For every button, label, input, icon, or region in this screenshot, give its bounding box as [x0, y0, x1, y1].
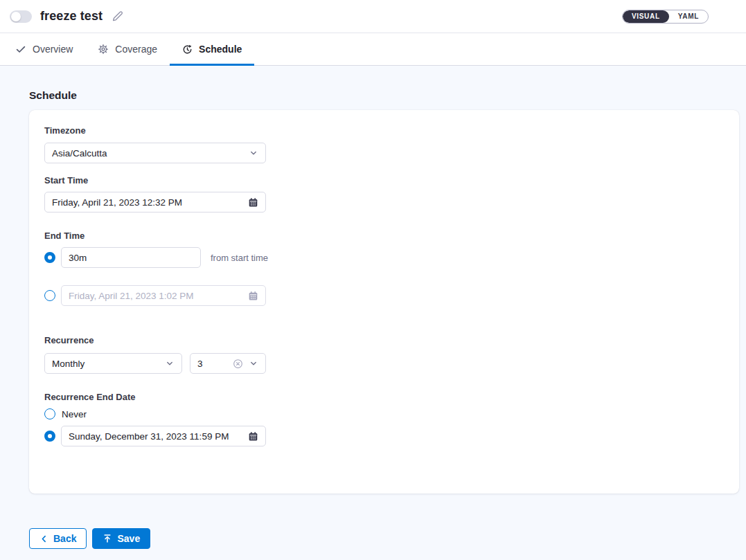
end-time-label: End Time [44, 231, 724, 242]
chevron-down-icon [249, 359, 258, 368]
toggle-knob [11, 12, 21, 21]
footer-actions: Back Save [29, 528, 739, 549]
start-time-label: Start Time [44, 175, 724, 186]
recurrence-interval-select[interactable]: 3 [190, 353, 266, 374]
yaml-mode-button[interactable]: YAML [669, 10, 708, 23]
end-time-duration-value: 30m [69, 253, 193, 263]
edit-icon[interactable] [112, 10, 123, 22]
tab-schedule[interactable]: Schedule [170, 33, 254, 65]
chevron-down-icon [249, 148, 258, 158]
page-title: freeze test [40, 9, 103, 24]
recurrence-end-date-radio[interactable] [44, 431, 55, 442]
recurrence-type-value: Monthly [52, 359, 159, 369]
recurrence-group: Recurrence Monthly 3 [44, 335, 724, 374]
tab-overview[interactable]: Overview [6, 33, 85, 65]
recurrence-row: Monthly 3 [44, 353, 724, 374]
chevron-down-icon [165, 359, 175, 368]
recurrence-end-date-input[interactable]: Sunday, December 31, 2023 11:59 PM [61, 426, 266, 446]
tab-coverage[interactable]: Coverage [85, 33, 170, 65]
chevron-left-icon [39, 534, 48, 543]
tab-bar: Overview Coverage Schedule [0, 33, 746, 66]
calendar-icon[interactable] [248, 431, 258, 442]
calendar-icon[interactable] [248, 197, 258, 208]
end-time-date-radio[interactable] [44, 290, 55, 301]
end-time-date-input[interactable]: Friday, April 21, 2023 1:02 PM [61, 285, 266, 306]
clear-icon[interactable] [233, 359, 243, 369]
visual-mode-button[interactable]: VISUAL [623, 10, 669, 23]
save-button-label: Save [117, 533, 140, 544]
recurrence-end-label: Recurrence End Date [44, 392, 724, 403]
end-time-date-value: Friday, April 21, 2023 1:02 PM [69, 291, 242, 301]
timezone-label: Timezone [44, 125, 724, 136]
recurrence-never-label: Never [62, 409, 87, 419]
recurrence-end-group: Recurrence End Date Never Sunday, Decemb… [44, 392, 724, 446]
tab-overview-label: Overview [33, 44, 73, 55]
end-time-group: End Time 30m from start time Friday, Apr… [44, 231, 724, 306]
upload-icon [103, 534, 112, 543]
save-button[interactable]: Save [92, 528, 150, 549]
start-time-input[interactable]: Friday, April 21, 2023 12:32 PM [44, 192, 266, 213]
recurrence-end-date-value: Sunday, December 31, 2023 11:59 PM [69, 431, 242, 442]
end-time-duration-input[interactable]: 30m [61, 247, 201, 268]
recurring-clock-icon [182, 44, 193, 55]
recurrence-label: Recurrence [44, 335, 724, 346]
timezone-select[interactable]: Asia/Calcutta [44, 143, 266, 163]
recurrence-end-date-row: Sunday, December 31, 2023 11:59 PM [44, 426, 724, 446]
calendar-icon [248, 291, 258, 301]
schedule-panel: Schedule Timezone Asia/Calcutta Start Ti… [0, 66, 746, 560]
freeze-enabled-toggle[interactable] [10, 10, 32, 23]
end-time-duration-radio[interactable] [44, 252, 55, 263]
back-button[interactable]: Back [29, 528, 87, 549]
freeze-studio-window: freeze test VISUAL YAML Overview Coverag… [0, 0, 746, 560]
tab-coverage-label: Coverage [115, 44, 157, 55]
back-button-label: Back [53, 533, 76, 544]
header: freeze test VISUAL YAML [0, 0, 746, 33]
schedule-form-card: Timezone Asia/Calcutta Start Time Friday… [29, 110, 739, 494]
recurrence-never-row: Never [44, 408, 724, 419]
from-start-time-note: from start time [211, 253, 268, 263]
start-time-group: Start Time Friday, April 21, 2023 12:32 … [44, 175, 724, 213]
timezone-value: Asia/Calcutta [52, 148, 243, 159]
check-icon [15, 44, 26, 55]
end-time-date-row: Friday, April 21, 2023 1:02 PM [44, 285, 724, 306]
recurrence-type-select[interactable]: Monthly [44, 353, 182, 374]
end-time-duration-row: 30m from start time [44, 247, 724, 268]
recurrence-never-radio[interactable] [44, 408, 55, 419]
gear-icon [98, 44, 109, 55]
visual-yaml-switch: VISUAL YAML [622, 10, 709, 24]
start-time-value: Friday, April 21, 2023 12:32 PM [52, 197, 242, 208]
section-title: Schedule [29, 89, 739, 102]
timezone-group: Timezone Asia/Calcutta [44, 125, 724, 163]
tab-schedule-label: Schedule [199, 44, 242, 55]
recurrence-interval-value: 3 [197, 359, 229, 369]
